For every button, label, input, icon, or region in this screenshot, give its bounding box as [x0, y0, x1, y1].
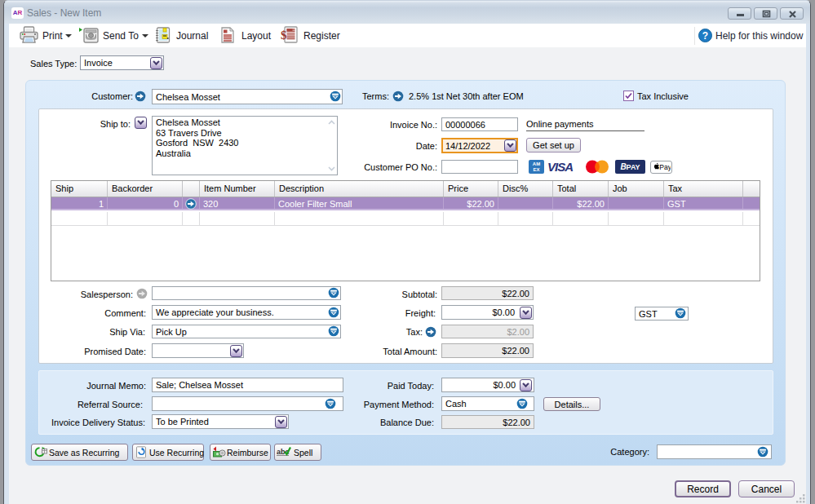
svg-text:Pay: Pay	[659, 163, 671, 171]
svg-text:?: ?	[702, 30, 708, 42]
svg-text:$: $	[281, 29, 287, 42]
